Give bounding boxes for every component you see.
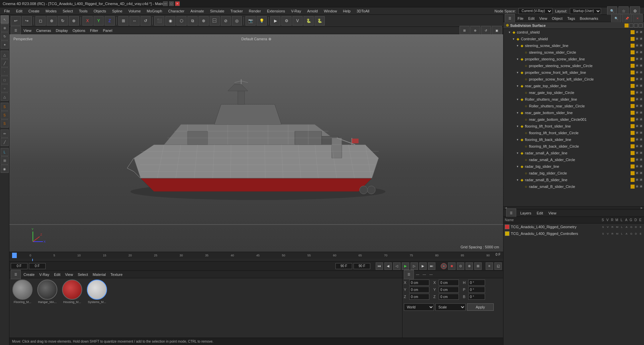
mat-vray-menu[interactable]: V-Ray [37, 272, 51, 277]
layers-view-menu[interactable]: View [547, 210, 558, 216]
extra-btn1[interactable]: ≡ [486, 262, 493, 270]
next-frame-btn[interactable]: ▷ [411, 262, 418, 270]
dot-rsbc-3[interactable]: ⊘ [639, 185, 643, 188]
dot-pssc-2[interactable]: ⊘ [635, 64, 639, 67]
viewport[interactable]: X Y Z Perspective Default Camera ⊕ Grid … [9, 34, 503, 252]
dot-pssc-1[interactable] [631, 64, 635, 68]
skip-end-btn[interactable]: ⏭ [428, 262, 435, 270]
tool-rotate[interactable]: ↻ [1, 32, 9, 40]
tool-polygon[interactable]: △ [1, 51, 9, 59]
dot-ffc-3[interactable]: ⊘ [639, 131, 643, 134]
right-edit-menu[interactable]: Edit [526, 16, 537, 21]
right-menu-btn[interactable]: ☰ [505, 14, 515, 23]
tool-s2[interactable]: S [1, 111, 9, 119]
dot-fbl-3[interactable]: ⊘ [639, 138, 643, 141]
dot-rsc-1[interactable] [631, 104, 635, 108]
menu-vray[interactable]: V-Ray [288, 8, 304, 14]
scale-btn[interactable]: ⊗ [69, 16, 79, 26]
dot-rsac-1[interactable] [631, 158, 635, 162]
layer-geo-v-icon[interactable]: V [606, 225, 610, 229]
dot-rbl-2[interactable]: ⊘ [635, 164, 639, 168]
layer-ctrl-l-icon[interactable]: L [620, 232, 624, 236]
dot-ffl-2[interactable]: ⊘ [635, 124, 639, 128]
right-close-btn[interactable]: ✕ [633, 14, 643, 23]
menu-modes[interactable]: Modes [43, 8, 59, 14]
layers-edit-menu[interactable]: Edit [535, 210, 544, 216]
tree-flooring-back-line[interactable]: ▼ ◆ flooring_lift_back_slider_line ⊘ ⊘ [503, 136, 644, 143]
motion-path-btn[interactable]: ⊕ [466, 262, 473, 270]
menu-edit[interactable]: Edit [13, 8, 25, 14]
dot-rsl-3[interactable]: ⊘ [639, 97, 643, 101]
dot-csh-3[interactable]: ⊘ [639, 37, 643, 40]
dot-rsc-2[interactable]: ⊘ [635, 104, 639, 107]
tool-measure[interactable]: ╱ [1, 138, 9, 146]
dot-rsbl-1[interactable] [631, 178, 635, 182]
vp-maximize-btn[interactable]: ⊞ [460, 26, 470, 35]
right-pin-btn[interactable]: 📌 [622, 14, 632, 23]
key-mode-btn[interactable]: ● [441, 263, 447, 269]
vray-btn[interactable]: V [292, 16, 303, 26]
tool-box[interactable]: □ [1, 76, 9, 84]
dot-ffc-2[interactable]: ⊘ [635, 131, 639, 134]
mat-select-menu[interactable]: Select [76, 272, 90, 277]
tool-select[interactable]: ✦ [1, 41, 9, 49]
dot-ssc-1[interactable] [631, 50, 635, 54]
tree-radar-small-a-circle[interactable]: ▶ ○ radar_small_A_slider_Circle ⊘ ⊘ [503, 156, 644, 163]
mat-texture-menu[interactable]: Texture [108, 272, 124, 277]
dot-pssl-1[interactable] [631, 57, 635, 61]
dot-pfll-1[interactable] [631, 70, 635, 75]
layer-geo-m-icon[interactable]: M [615, 225, 619, 229]
tool-edge[interactable]: ╱ [1, 59, 9, 67]
py-btn[interactable]: 🐍 [304, 16, 314, 26]
menu-select[interactable]: Select [60, 8, 76, 14]
dot-pflc-3[interactable]: ⊘ [639, 77, 643, 81]
dot-fbc-3[interactable]: ⊘ [639, 144, 643, 148]
layer-controllers[interactable]: TCG_Anadolu_L400_Rigged_Controllers S V … [503, 230, 644, 237]
tree-roller-shutters-circle[interactable]: ▶ ○ Roller_shutters_rear_slider_Circle ⊘… [503, 103, 644, 109]
layer-ctrl-s-icon[interactable]: S [601, 232, 605, 236]
vp-menu-btn[interactable]: ☰ [11, 26, 21, 35]
select-all-btn[interactable]: ◻ [36, 16, 46, 26]
dot-2[interactable] [629, 23, 633, 28]
tool-scale[interactable]: ⊕ [1, 24, 9, 32]
tool-pen[interactable]: ✏ [1, 130, 9, 138]
mat-material-menu[interactable]: Material [91, 272, 108, 277]
layer-ctrl-m-icon[interactable]: M [615, 232, 619, 236]
dot-ffl-3[interactable]: ⊘ [639, 124, 643, 128]
vp-cameras-menu[interactable]: Cameras [34, 28, 53, 33]
move2-btn[interactable]: ↔ [129, 16, 140, 26]
y-axis-btn[interactable]: Y [94, 16, 104, 26]
dot-pflc-1[interactable] [631, 77, 635, 81]
redo-btn[interactable]: ↪ [22, 16, 32, 26]
dot-pflc-2[interactable]: ⊘ [635, 77, 639, 81]
coord-rz-val[interactable]: 0 cm [439, 294, 459, 300]
menu-extensions[interactable]: Extensions [264, 8, 288, 14]
dot-cs-1[interactable] [631, 30, 635, 34]
material-systems[interactable]: Systems_M... [85, 280, 109, 306]
layer-geo-g-icon[interactable]: G [629, 225, 633, 229]
menu-tools[interactable]: Tools [76, 8, 90, 14]
tree-prop-steering-line[interactable]: ▼ ◆ propeller_steering_screw_slider_line… [503, 56, 644, 62]
render-btn[interactable]: ▶ [270, 16, 280, 26]
camera-btn[interactable]: 📷 [246, 16, 256, 26]
dot-ffc-1[interactable] [631, 131, 635, 135]
right-bookmarks-menu[interactable]: Bookmarks [578, 16, 600, 21]
tool-layer[interactable]: L [1, 148, 9, 156]
vp-ctrl1-btn[interactable]: ⊕ [470, 26, 480, 35]
tree-flooring-front-line[interactable]: ▼ ◆ flooring_lift_front_slider_line ⊘ ⊘ [503, 123, 644, 130]
coord-menu-btn[interactable]: ☰ [404, 270, 414, 279]
tool-s3[interactable]: S [1, 119, 9, 128]
menu-window[interactable]: Window [321, 8, 339, 14]
right-view-menu[interactable]: View [537, 16, 549, 21]
mat-edit-menu[interactable]: Edit [52, 272, 62, 277]
mat-create-menu[interactable]: Create [21, 272, 37, 277]
start-frame-field[interactable]: 0 F [11, 263, 28, 269]
layer-geo-a-icon[interactable]: A [625, 225, 629, 229]
dot-rsbc-2[interactable]: ⊘ [635, 185, 639, 188]
end-frame-field[interactable]: 90 F [335, 263, 352, 269]
record-btn[interactable]: ⏺ [448, 262, 455, 270]
tree-rear-gate-bottom-circle001[interactable]: ▶ ○ rear_gate_bottom_slider_Circle001 ⊘ … [503, 116, 644, 123]
coord-rx-val[interactable]: 0 cm [439, 280, 459, 286]
field-btn[interactable]: ◎ [232, 16, 242, 26]
boolean-btn[interactable]: ⊕ [199, 16, 209, 26]
